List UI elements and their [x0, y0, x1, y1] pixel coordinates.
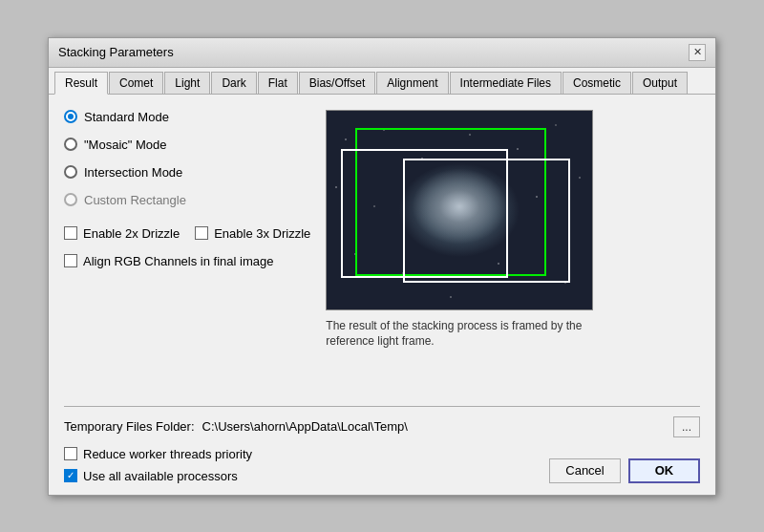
checkbox-3x-box	[195, 226, 208, 240]
checkbox-reduce-threads-label: Reduce worker threads priority	[83, 447, 252, 461]
checkbox-2x-label: Enable 2x Drizzle	[83, 226, 180, 241]
tab-dark[interactable]: Dark	[211, 72, 256, 94]
checkbox-reduce-threads[interactable]: Reduce worker threads priority	[64, 447, 252, 461]
title-bar: Stacking Parameters ✕	[49, 38, 715, 68]
stacking-preview-image	[326, 110, 593, 310]
radio-mosaic-mode[interactable]: "Mosaic" Mode	[64, 138, 310, 152]
left-panel: Standard Mode "Mosaic" Mode Intersection…	[64, 110, 310, 393]
checkbox-3x-label: Enable 3x Drizzle	[214, 226, 310, 241]
tab-intermediate-files[interactable]: Intermediate Files	[450, 72, 562, 94]
checkbox-enable2x[interactable]: Enable 2x Drizzle	[64, 226, 180, 241]
checkbox-align-rgb-label: Align RGB Channels in final image	[83, 254, 273, 268]
bottom-buttons: Cancel OK	[549, 458, 700, 483]
close-button[interactable]: ✕	[689, 44, 706, 61]
temp-folder-label: Temporary Files Folder:	[64, 419, 195, 434]
mode-radio-group: Standard Mode "Mosaic" Mode Intersection…	[64, 110, 310, 207]
radio-mosaic-label: "Mosaic" Mode	[84, 138, 167, 152]
temp-folder-value: C:\Users\ahorn\AppData\Local\Temp\	[202, 419, 666, 434]
checkbox-reduce-threads-box	[64, 447, 77, 460]
radio-intersection-mode[interactable]: Intersection Mode	[64, 165, 310, 180]
tabs-bar: Result Comet Light Dark Flat Bias/Offset…	[49, 68, 715, 95]
tab-output[interactable]: Output	[632, 72, 688, 94]
stacking-parameters-dialog: Stacking Parameters ✕ Result Comet Light…	[48, 37, 716, 496]
browse-button[interactable]: ...	[673, 416, 700, 437]
ok-button[interactable]: OK	[628, 458, 700, 483]
tab-light[interactable]: Light	[164, 72, 210, 94]
radio-standard-mode[interactable]: Standard Mode	[64, 110, 310, 124]
radio-standard-dot	[68, 114, 74, 119]
radio-standard-label: Standard Mode	[84, 110, 169, 124]
tab-alignment[interactable]: Alignment	[376, 72, 448, 94]
radio-intersection-label: Intersection Mode	[84, 165, 182, 180]
tab-comet[interactable]: Comet	[109, 72, 163, 94]
drizzle-row: Enable 2x Drizzle Enable 3x Drizzle	[64, 226, 310, 241]
radio-standard-circle	[64, 110, 77, 123]
checkbox-align-rgb-box	[64, 254, 77, 267]
cancel-button[interactable]: Cancel	[549, 458, 621, 483]
divider	[64, 406, 700, 407]
checkbox-enable3x[interactable]: Enable 3x Drizzle	[195, 226, 310, 241]
tab-flat[interactable]: Flat	[258, 72, 298, 94]
bottom-row: Reduce worker threads priority Use all a…	[64, 447, 700, 483]
tab-cosmetic[interactable]: Cosmetic	[562, 72, 631, 94]
white-rect-2	[403, 159, 570, 283]
radio-intersection-circle	[64, 165, 77, 179]
right-panel: The result of the stacking process is fr…	[326, 110, 700, 393]
radio-custom-circle	[64, 193, 77, 206]
main-row: Standard Mode "Mosaic" Mode Intersection…	[64, 110, 700, 393]
checkbox-use-processors-label: Use all available processors	[83, 469, 238, 483]
dialog-title: Stacking Parameters	[58, 45, 174, 59]
image-caption: The result of the stacking process is fr…	[326, 318, 593, 351]
content-area: Standard Mode "Mosaic" Mode Intersection…	[49, 95, 715, 495]
radio-mosaic-circle	[64, 138, 77, 151]
radio-custom-rectangle: Custom Rectangle	[64, 193, 310, 207]
radio-custom-label: Custom Rectangle	[84, 193, 186, 207]
tab-result[interactable]: Result	[54, 72, 108, 95]
temp-folder-row: Temporary Files Folder: C:\Users\ahorn\A…	[64, 416, 700, 437]
checkbox-use-processors-box	[64, 469, 77, 482]
tab-biasoffset[interactable]: Bias/Offset	[299, 72, 375, 94]
checkbox-use-all-processors[interactable]: Use all available processors	[64, 469, 252, 483]
checkbox-2x-box	[64, 226, 77, 240]
bottom-checkboxes: Reduce worker threads priority Use all a…	[64, 447, 252, 483]
checkbox-align-rgb[interactable]: Align RGB Channels in final image	[64, 254, 310, 268]
